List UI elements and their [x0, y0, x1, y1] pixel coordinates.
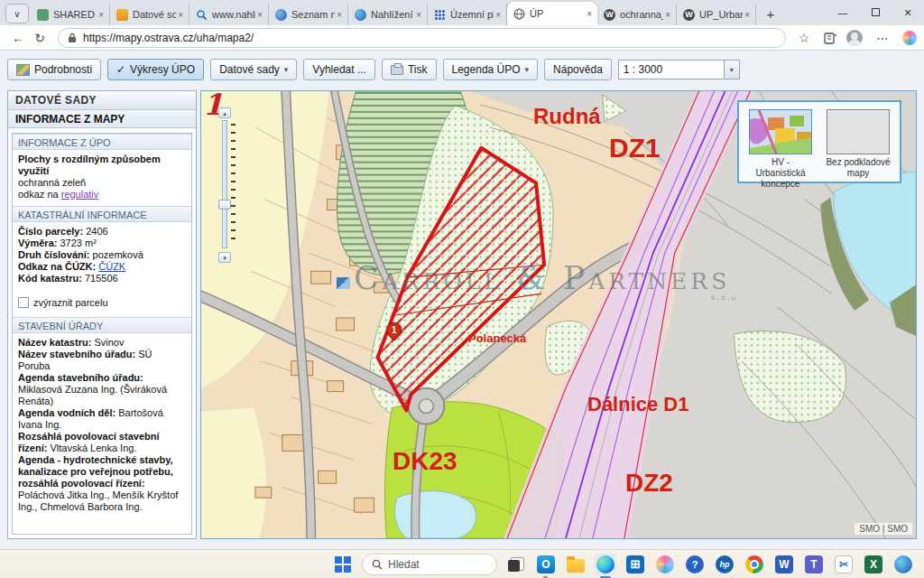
url-field[interactable]: https://mapy.ostrava.cz/uha/mapa2/: [58, 28, 786, 48]
close-icon[interactable]: ×: [176, 10, 185, 20]
globe-blue-icon: [355, 9, 366, 21]
tab-up-active[interactable]: ÚP ×: [507, 2, 597, 25]
close-icon[interactable]: ×: [335, 10, 344, 20]
favorite-star-icon[interactable]: ☆: [793, 31, 815, 45]
watermark-logo-icon: [337, 277, 350, 289]
sidebar-panel: DATOVÉ SADY INFORMACE Z MAPY INFORMACE Z…: [7, 90, 197, 539]
windows-taskbar: Hledat O ⊞ ? hp W T ✂ X A ∧ ☁ ↻: [0, 549, 924, 578]
map-info-panel: INFORMACE Z ÚPO Plochy s rozdílným způso…: [12, 133, 192, 535]
datove-sady-button[interactable]: Datové sady ▾: [210, 59, 297, 80]
minimize-button[interactable]: —: [827, 7, 859, 18]
tab-datove-schranky[interactable]: Datové schrán ×: [110, 4, 189, 25]
hp-icon[interactable]: hp: [714, 554, 735, 575]
tisk-button[interactable]: Tisk: [382, 59, 437, 80]
restore-button[interactable]: [859, 7, 892, 18]
map-zoom-slider[interactable]: ▴ ▾: [216, 107, 239, 263]
photos-app-icon[interactable]: [892, 554, 914, 575]
basemap-switcher: HV - Urbanistická koncepce Bez podkladov…: [737, 100, 901, 183]
highlight-parcel-checkbox[interactable]: [18, 297, 29, 308]
outlook-icon[interactable]: O: [535, 554, 557, 575]
profile-avatar[interactable]: [846, 30, 863, 46]
chrome-icon[interactable]: [744, 554, 765, 575]
refresh-icon[interactable]: ↻: [29, 31, 51, 45]
scale-dropdown-icon[interactable]: ▾: [725, 60, 740, 79]
legenda-upo-button[interactable]: Legenda ÚPO ▾: [443, 59, 539, 80]
basemap-option-none[interactable]: Bez podkladové mapy: [824, 109, 892, 174]
sidebar-subtitle: INFORMACE Z MAPY: [8, 110, 196, 128]
basemap-option-hv[interactable]: HV - Urbanistická koncepce: [746, 109, 815, 174]
close-icon[interactable]: ×: [494, 10, 503, 20]
vykresy-upo-button[interactable]: ✓ Výkresy ÚPO: [107, 59, 204, 80]
close-icon[interactable]: ×: [585, 9, 594, 19]
upo-usage-title: Plochy s rozdílným způsobem využití: [18, 154, 161, 176]
close-icon[interactable]: ×: [743, 10, 752, 20]
file-explorer-icon[interactable]: [565, 554, 587, 575]
tab-nahlizeni-kn[interactable]: Nahlížení do k ×: [348, 4, 428, 25]
tab-ochranna-zelen[interactable]: W ochranna_zele ×: [597, 4, 677, 25]
tab-uzemni-plan[interactable]: Územní plán ( ×: [428, 4, 507, 25]
tab-shared-list[interactable]: SHARED LIST ×: [31, 4, 110, 25]
wordpress-icon: W: [683, 9, 695, 21]
basemap-thumbnail-none[interactable]: [827, 109, 890, 154]
word-icon[interactable]: W: [773, 554, 795, 575]
chevron-down-icon: ▾: [284, 65, 289, 74]
zoom-track[interactable]: [222, 120, 227, 248]
grid-dots-icon: [434, 9, 446, 21]
upo-info: Plochy s rozdílným způsobem využití ochr…: [13, 150, 191, 206]
taskbar-search[interactable]: Hledat: [362, 554, 497, 575]
microsoft-store-icon[interactable]: ⊞: [624, 554, 646, 575]
close-window-button[interactable]: ×: [892, 5, 924, 20]
basemap-thumbnail-hv[interactable]: [749, 109, 812, 154]
section-header-upo: INFORMACE Z ÚPO: [13, 134, 191, 150]
copilot-icon[interactable]: [902, 31, 917, 45]
vyhledat-button[interactable]: Vyhledat ...: [303, 59, 375, 80]
close-icon[interactable]: ×: [663, 10, 672, 20]
app-toolbar: Podrobnosti ✓ Výkresy ÚPO Datové sady ▾ …: [7, 56, 917, 83]
new-tab-button[interactable]: +: [760, 4, 781, 23]
sidebar-title: DATOVÉ SADY: [8, 91, 196, 110]
tab-seznam-nemovitosti[interactable]: Seznam nemo ×: [269, 4, 348, 25]
tab-search-chevron-icon[interactable]: ∨: [5, 4, 29, 23]
cuzk-link[interactable]: ČÚZK: [98, 261, 125, 272]
urady-info: Název katastru: Svinov Název stavebního …: [13, 333, 191, 518]
wordpress-icon: W: [604, 9, 615, 21]
street-label-polanecka: Polanecká: [468, 331, 526, 345]
start-button[interactable]: [332, 554, 354, 575]
globe-blue-icon: [275, 9, 287, 21]
details-map-icon: [16, 64, 30, 76]
watermark: Carroll & Partners s.r.o: [337, 259, 730, 296]
map-attribution: SMO | SMO: [855, 523, 912, 535]
regulativ-link[interactable]: regulativ: [61, 189, 99, 200]
scale-combobox: ▾: [618, 60, 740, 79]
window-controls: — ×: [827, 0, 924, 25]
excel-icon[interactable]: X: [863, 554, 884, 575]
podrobnosti-button[interactable]: Podrobnosti: [7, 59, 101, 80]
copilot-icon[interactable]: [654, 554, 676, 575]
zone-label-dk23: DK23: [393, 447, 457, 476]
close-icon[interactable]: ×: [97, 10, 106, 20]
zone-label-dz2: DZ2: [625, 469, 673, 498]
close-icon[interactable]: ×: [414, 10, 423, 20]
close-icon[interactable]: ×: [255, 10, 264, 20]
tab-nahlizeni[interactable]: www.nahlizen ×: [189, 4, 269, 25]
snipping-tool-icon[interactable]: ✂: [833, 554, 855, 575]
back-icon[interactable]: ←: [7, 31, 29, 45]
napoveda-button[interactable]: Nápověda: [544, 59, 612, 80]
zoom-in-icon[interactable]: ▴: [218, 107, 231, 118]
upo-usage-value: ochranná zeleň: [18, 177, 186, 189]
map-viewport[interactable]: 1 ▴ ▾: [200, 90, 917, 539]
katastr-info: Číslo parcely: 2406 Výměra: 3723 m² Druh…: [13, 222, 191, 290]
teams-icon[interactable]: T: [803, 554, 825, 575]
scale-input[interactable]: [618, 60, 725, 79]
zoom-thumb[interactable]: [218, 200, 231, 210]
task-view-button[interactable]: [505, 554, 527, 575]
collections-icon[interactable]: [824, 32, 837, 44]
tab-up-urbanismus[interactable]: W UP_Urbanism ×: [677, 4, 756, 25]
browser-tabstrip: ∨ SHARED LIST × Datové schrán × www.nahl…: [0, 0, 924, 25]
printer-icon: [391, 65, 403, 75]
zoom-out-icon[interactable]: ▾: [218, 252, 231, 263]
more-menu-icon[interactable]: ⋯: [872, 31, 893, 45]
section-header-urady: STAVEBNÍ ÚŘADY: [13, 317, 191, 333]
edge-icon[interactable]: [595, 554, 616, 575]
get-help-icon[interactable]: ?: [684, 554, 706, 575]
